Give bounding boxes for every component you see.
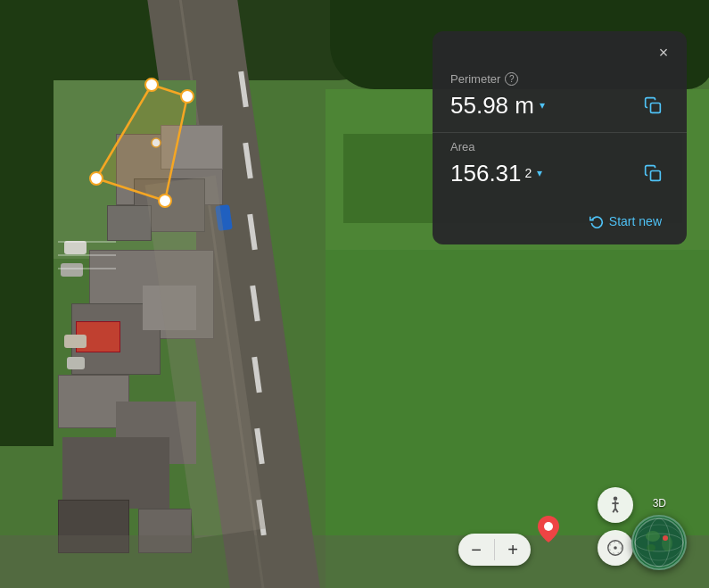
perimeter-dropdown[interactable]: ▾: [540, 99, 545, 112]
area-value: 156.31 2 ▾: [450, 160, 542, 187]
zoom-controls: − +: [458, 534, 531, 566]
zoom-button-group: − +: [458, 534, 531, 566]
panel-header: ×: [433, 31, 687, 65]
zoom-out-button[interactable]: −: [458, 534, 494, 566]
svg-rect-1: [651, 171, 661, 181]
three-d-label[interactable]: 3D: [653, 497, 666, 509]
area-unit-superscript: 2: [525, 166, 532, 180]
area-copy-button[interactable]: [637, 157, 669, 189]
area-value-row: 156.31 2 ▾: [450, 157, 669, 189]
pegman-button[interactable]: [598, 487, 633, 523]
svg-point-15: [646, 531, 660, 542]
svg-point-10: [544, 522, 553, 531]
area-label-row: Area: [450, 140, 669, 153]
area-dropdown[interactable]: ▾: [537, 167, 542, 179]
perimeter-value: 55.98 m ▾: [450, 92, 545, 120]
svg-point-18: [663, 535, 668, 541]
perimeter-help-icon[interactable]: ?: [505, 72, 518, 86]
svg-line-6: [615, 509, 618, 513]
start-new-label: Start new: [609, 214, 662, 228]
perimeter-copy-button[interactable]: [637, 89, 669, 121]
measurement-panel: × Perimeter ? 55.98 m ▾ Area 156.3: [433, 31, 687, 244]
svg-point-11: [635, 518, 683, 567]
svg-point-8: [614, 546, 617, 550]
globe-icon[interactable]: [631, 515, 687, 570]
globe-control[interactable]: [631, 515, 687, 570]
compass-button[interactable]: [598, 530, 633, 566]
perimeter-section: Perimeter ? 55.98 m ▾: [433, 65, 687, 133]
area-section: Area 156.31 2 ▾: [433, 133, 687, 200]
panel-footer: Start new: [433, 200, 687, 244]
zoom-in-button[interactable]: +: [495, 534, 531, 566]
map-controls: [598, 487, 633, 566]
perimeter-value-row: 55.98 m ▾: [450, 89, 669, 121]
perimeter-label: Perimeter: [450, 72, 500, 86]
start-new-button[interactable]: Start new: [582, 211, 669, 232]
perimeter-label-row: Perimeter ?: [450, 72, 669, 86]
area-label: Area: [450, 140, 474, 153]
close-button[interactable]: ×: [651, 40, 676, 65]
refresh-icon: [589, 214, 604, 228]
svg-point-2: [614, 496, 618, 501]
svg-point-17: [647, 544, 655, 551]
svg-rect-0: [651, 104, 661, 113]
location-pin: [538, 516, 559, 548]
